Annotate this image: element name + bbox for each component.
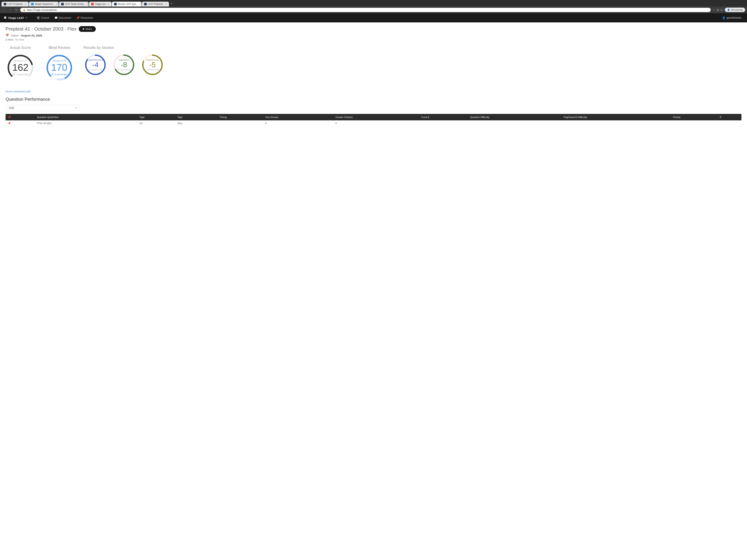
external-link-icon: ↗	[25, 17, 27, 19]
filter-bar: +LG ✕	[5, 105, 80, 111]
th-type: Type	[137, 114, 175, 121]
bookmark2-icon[interactable]: ⊞	[717, 8, 719, 12]
section-score: -8	[121, 61, 127, 68]
cell-e	[718, 121, 742, 126]
table-container: 📌Question QuickViewTypeTagsTimingYour An…	[5, 114, 742, 126]
filter-input[interactable]	[16, 106, 73, 109]
resources-link[interactable]: 📌 Resources	[76, 16, 93, 19]
user-icon: 👤	[722, 16, 725, 19]
blind-review-block: Blind Review 66 out of 75 170 97.4 perce…	[45, 46, 74, 82]
resources-label: Resources	[81, 16, 93, 19]
browser-tab-tab1[interactable]: LSAT Preptests✕	[1, 2, 28, 6]
browser-tab-tab6[interactable]: LSAT Preptests✕	[142, 2, 169, 6]
performance-table: 📌Question QuickViewTypeTagsTimingYour An…	[5, 114, 742, 126]
reload-button[interactable]: ↻	[15, 8, 18, 12]
section-inner: Logical Reasoning -4 21 correct of 25	[88, 59, 103, 71]
taken-label: Taken:	[11, 34, 19, 37]
address-bar[interactable]: 🔒 https://7sage.com/preptests/	[20, 8, 711, 12]
share-label: Share	[85, 28, 92, 30]
discussion-link[interactable]: 💬 Discussion	[54, 16, 71, 19]
actual-score-inner: 58 out of 75 162 85.7 percentile	[12, 59, 28, 76]
actual-percentile: 85.7 percentile	[12, 73, 28, 76]
browser-tab-tab5[interactable]: Review LSAT Que...✕	[112, 2, 141, 6]
section-name: Reading Comp.	[146, 59, 159, 61]
tab-close-button[interactable]: ✕	[87, 3, 88, 5]
question-performance-heading: Question Performance	[5, 97, 742, 102]
browser-tab-tab3[interactable]: LSAT Study Sched...✕	[59, 2, 88, 6]
browser-tab-tab4[interactable]: 7sage.com✕	[89, 2, 111, 6]
blind-percentile: 97.4 percentile	[51, 73, 67, 76]
section-correct: 21 correct of 25	[89, 69, 102, 71]
note-row: ℹ Note: No note.	[5, 38, 742, 41]
th-your_answer: Your Answer	[263, 114, 333, 121]
actual-score-block: Actual Score 58 out of 75 162 85.7 perce…	[5, 46, 35, 82]
filter-tag[interactable]: +LG	[8, 106, 15, 110]
cell-your_answer: A	[263, 121, 333, 126]
scores-section: Actual Score 58 out of 75 162 85.7 perce…	[5, 46, 742, 82]
section-score: -5	[149, 61, 156, 68]
tab-label: LSAT Preptests	[148, 3, 163, 5]
back-button[interactable]: ←	[2, 8, 6, 12]
forward-button[interactable]: →	[8, 8, 12, 12]
tab-favicon	[31, 3, 34, 5]
sync-button[interactable]: 👤 Not syncing	[725, 7, 745, 12]
tab-label: LSAT Study Sched...	[65, 3, 85, 5]
section-circle-reading-comp.: Reading Comp. -5 21 correct of 26	[140, 53, 164, 77]
cell-curve	[419, 121, 468, 126]
th-pg_difficulty: Psg/Game/S Difficulty	[561, 114, 671, 121]
cell-type: LG	[137, 121, 175, 126]
bookmark-icon[interactable]: ☆	[713, 8, 715, 12]
logo-text: 7Sage LSAT	[8, 16, 24, 20]
tab-favicon	[91, 3, 94, 5]
star-icons: ☆ ⊞ ⊡	[713, 8, 723, 12]
cell-pg_difficulty	[561, 121, 671, 126]
th-e: E	[718, 114, 742, 121]
browser-tab-tab2[interactable]: Simple Sequencin...✕	[29, 2, 58, 6]
section-correct: 21 correct of 26	[146, 69, 159, 71]
section-circles: Logical Reasoning -4 21 correct of 25 Lo…	[83, 53, 742, 77]
tab-label: Simple Sequencin...	[35, 3, 55, 5]
tab-close-button[interactable]: ✕	[25, 3, 26, 5]
th-qview[interactable]: Question QuickView	[35, 114, 137, 121]
tab-favicon	[114, 3, 117, 5]
th-priority: Priority	[671, 114, 718, 121]
tab-close-button[interactable]: ✕	[165, 3, 167, 5]
extensions-icon[interactable]: ⊡	[721, 8, 723, 12]
section-inner: Reading Comp. -5 21 correct of 26	[146, 59, 159, 71]
cell-q_difficulty	[468, 121, 561, 126]
logo-area[interactable]: ✖ 7Sage LSAT ↗	[4, 16, 27, 20]
address-text: https://7sage.com/preptests/	[27, 8, 57, 11]
blind-score-number: 170	[51, 62, 68, 72]
filter-clear-button[interactable]: ✕	[75, 106, 77, 110]
tab-close-button[interactable]: ✕	[139, 3, 141, 5]
note-label: Note:	[7, 38, 14, 41]
section-correct: 16 correct of 24	[118, 69, 130, 71]
cell-timing	[217, 121, 263, 126]
section-name: Logic/Games	[119, 59, 129, 61]
course-link[interactable]: 📓 Course	[36, 16, 49, 19]
tab-label: 7sage.com	[95, 3, 106, 5]
blind-review-gauge: 66 out of 75 170 97.4 percentile	[45, 53, 74, 82]
course-label: Course	[41, 16, 49, 19]
tab-label: Review LSAT Que...	[118, 3, 138, 5]
results-section: Results by Section Logical Reasoning -4 …	[83, 46, 742, 77]
browser-chrome: LSAT Preptests✕Simple Sequencin...✕LSAT …	[0, 0, 747, 6]
share-icon: ✖	[82, 28, 84, 30]
section-gauge: Logical Reasoning -4 21 correct of 25	[83, 53, 107, 77]
tab-favicon	[144, 3, 147, 5]
share-button[interactable]: ✖ Share	[79, 26, 96, 32]
table-row[interactable]: 📌PT41 S3 Q01LGSeq...AA	[5, 121, 742, 126]
discussion-label: Discussion	[59, 16, 71, 19]
nav-links: 📓 Course 💬 Discussion 📌 Resources	[36, 16, 93, 19]
resources-icon: 📌	[76, 16, 79, 19]
actual-score-title: Actual Score	[10, 46, 31, 50]
section-score: -4	[92, 61, 99, 68]
tab-close-button[interactable]: ✕	[56, 3, 58, 5]
score-conversion-link[interactable]: Score conversion info	[5, 90, 31, 93]
tab-close-button[interactable]: ✕	[108, 3, 109, 5]
discussion-icon: 💬	[54, 16, 58, 19]
blind-review-title: Blind Review	[49, 46, 70, 50]
new-tab-button[interactable]: +	[169, 1, 174, 6]
th-pin: 📌	[5, 114, 35, 121]
user-link[interactable]: 👤 garretthande...	[722, 16, 743, 19]
